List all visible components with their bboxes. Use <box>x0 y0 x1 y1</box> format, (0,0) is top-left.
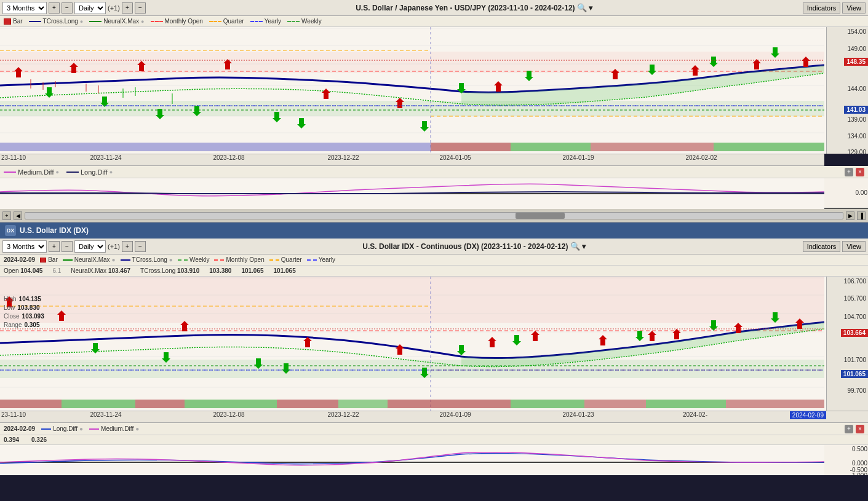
y-101-7: 101.700 <box>844 357 866 363</box>
x-date-7: 2024-02-02 <box>685 154 717 161</box>
nav-left-btn[interactable]: ◀ <box>14 211 22 220</box>
monthly-icon-bottom <box>214 259 224 261</box>
offset-minus-bottom[interactable]: − <box>135 241 146 252</box>
panel-icon: DX <box>5 225 16 236</box>
interval-select-bottom[interactable]: Daily <box>74 240 106 253</box>
svg-rect-102 <box>388 400 511 408</box>
timeframe-select-top[interactable]: 3 Months <box>2 2 47 14</box>
x-date-b5: 2024-01-09 <box>439 411 471 418</box>
diff2-values: 0.394 0.326 <box>0 435 868 445</box>
view-btn-bottom[interactable]: View <box>842 241 866 252</box>
medium-diff-line-icon <box>4 172 16 173</box>
diff1-expand-btn[interactable]: + <box>845 168 853 176</box>
x-date-3: 2023-12-08 <box>213 154 244 161</box>
svg-rect-9 <box>0 52 824 73</box>
diff2-y-neg1: -1.000 <box>850 472 867 475</box>
legend-bar-top: Bar <box>4 18 23 25</box>
diff1-legend: Medium.Diff ● Long.Diff ● + × <box>0 166 868 178</box>
diff2-y-0: 0.000 <box>852 460 867 467</box>
search-btn-top[interactable]: 🔍 <box>577 3 587 12</box>
diff2-expand-btn[interactable]: + <box>845 425 853 433</box>
x-date-4: 2023-12-22 <box>327 154 359 161</box>
yearly-icon-bottom <box>307 259 317 261</box>
date-badge-bottom: 2024-02-09 <box>790 411 826 419</box>
weekly-dash-icon <box>287 21 300 22</box>
x-date-2: 2023-11-24 <box>90 154 121 161</box>
chart-title-bottom: U.S. Dollar IDX - Continuous (DX) (2023-… <box>362 242 568 251</box>
neuralx-line-icon <box>89 21 102 22</box>
medium-diff-legend: Medium.Diff ● <box>4 168 59 176</box>
dropdown-icon-top[interactable]: ▾ <box>589 4 592 12</box>
diff2-close-btn[interactable]: × <box>856 425 864 433</box>
y-axis-top: 154.00 149.00 148.35 144.00 141.03 139.0… <box>826 27 868 154</box>
search-btn-bottom[interactable]: 🔍 <box>570 242 580 251</box>
diff2-date: 2024-02-09 <box>4 425 35 432</box>
legend-neuralx: NeuralX.Max ● <box>89 18 144 25</box>
offset-add-bottom[interactable]: + <box>122 241 133 252</box>
monthly-dash-icon <box>151 21 163 22</box>
svg-rect-105 <box>646 400 726 408</box>
nav-add-btn[interactable]: + <box>2 211 11 220</box>
svg-rect-50 <box>591 143 714 151</box>
bottom-toolbar: 3 Months + − Daily (+1) + − U.S. Dollar … <box>0 239 868 254</box>
add-btn-bottom[interactable]: + <box>49 241 60 252</box>
nav-scroll-thumb[interactable] <box>516 213 565 219</box>
y-134: 134.00 <box>847 133 866 140</box>
y-148-badge: 148.35 <box>844 58 868 65</box>
add-btn-top[interactable]: + <box>49 2 60 14</box>
interval-select-top[interactable]: Daily <box>74 2 106 14</box>
diff1-controls: + × <box>845 168 864 176</box>
y-101-badge: 101.065 <box>841 370 868 377</box>
long-diff-line-icon <box>66 172 79 173</box>
svg-rect-8 <box>0 101 824 116</box>
chart-title-top: U.S. Dollar / Japanese Yen - USD/JPY (20… <box>356 4 575 12</box>
y-139: 139.00 <box>847 116 866 123</box>
diff2-y-05: 0.500 <box>852 446 867 452</box>
diff2-legend: 2024-02-09 Long.Diff ● Medium.Diff ● + × <box>0 423 868 435</box>
minus-btn-top[interactable]: − <box>62 2 73 14</box>
svg-rect-48 <box>431 143 511 151</box>
y-103-badge: 103.664 <box>841 329 868 336</box>
yearly-dash-icon <box>250 21 263 22</box>
view-btn-top[interactable]: View <box>842 2 866 14</box>
dropdown-icon-bottom[interactable]: ▾ <box>582 242 586 251</box>
svg-rect-103 <box>511 400 584 408</box>
x-date-b7: 2024-02- <box>683 411 707 418</box>
diff-panel-1: Medium.Diff ● Long.Diff ● + × 0.00 <box>0 166 868 209</box>
timeframe-select-bottom[interactable]: 3 Months <box>2 240 47 253</box>
y-149: 149.00 <box>847 45 866 52</box>
x-date-5: 2024-01-05 <box>439 154 471 161</box>
diff-panel-2: 2024-02-09 Long.Diff ● Medium.Diff ● + ×… <box>0 423 868 475</box>
bottom-panel-header: DX U.S. Dollar IDX (DX) <box>0 223 868 239</box>
nav-end-btn[interactable]: ▐ <box>857 211 866 220</box>
quarter-dash-icon <box>209 21 221 22</box>
svg-rect-65 <box>0 360 824 378</box>
offset-minus-top[interactable]: − <box>135 2 146 14</box>
nav-scrollbar[interactable] <box>25 212 843 219</box>
neuralx-icon-bottom <box>63 259 73 261</box>
x-axis-dates-bottom: 23-11-10 2023-11-24 2023-12-08 2023-12-2… <box>0 411 868 423</box>
x-date-b3: 2023-12-08 <box>213 411 244 418</box>
offset-add-top[interactable]: + <box>122 2 133 14</box>
nav-right-btn[interactable]: ▶ <box>846 211 854 220</box>
minus-btn-bottom[interactable]: − <box>62 241 73 252</box>
indicators-btn-top[interactable]: Indicators <box>803 2 841 14</box>
legend-weekly: Weekly <box>287 18 322 25</box>
bottom-date-label: 2024-02-09 <box>4 256 35 263</box>
x-date-b2: 2023-11-24 <box>90 411 121 418</box>
bottom-panel-title: DX U.S. Dollar IDX (DX) <box>5 225 89 236</box>
indicators-btn-bottom[interactable]: Indicators <box>803 241 841 252</box>
svg-rect-47 <box>0 143 431 151</box>
x-axis-top <box>0 133 824 144</box>
offset-top: (+1) <box>108 4 120 12</box>
bottom-legend-row2: Open 104.045 6.1 NeuralX.Max 103.467 TCr… <box>0 266 868 277</box>
y-129: 129.00 <box>847 149 866 154</box>
svg-rect-51 <box>714 143 824 151</box>
diff1-close-btn[interactable]: × <box>856 168 864 176</box>
svg-rect-100 <box>277 400 338 408</box>
y-106: 106.700 <box>844 278 866 285</box>
y-105: 105.700 <box>844 295 866 302</box>
legend-yearly: Yearly <box>250 18 281 25</box>
x-date-1: 23-11-10 <box>1 154 26 161</box>
nav-bar: + ◀ ▶ ▐ <box>0 209 868 223</box>
